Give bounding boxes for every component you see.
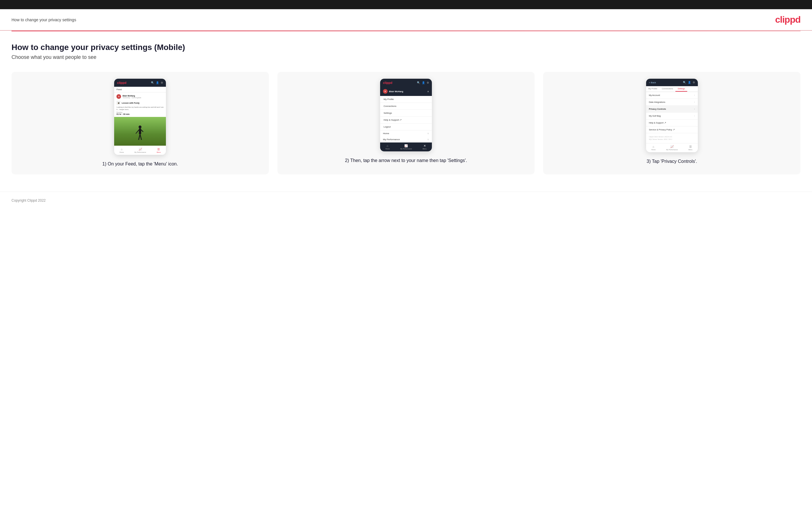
phone2-home-icon: ⌂ [387,144,389,147]
phone1-date: Yesterday · Sunningdale [122,97,141,99]
version-line-2: SQL Server Version: 2022.7.30-1 [649,138,695,141]
phone2-menu-label: Menu [423,148,427,150]
search-icon-2: 🔍 [417,81,420,84]
phone2-user-row: B Blair McHarg ∧ [380,87,432,96]
tab-connections[interactable]: Connections [660,86,675,92]
phone-3-mockup: < Back 🔍 👤 ⚙ My Profile Connections Sett… [646,79,698,152]
user-icon-2: 👤 [422,81,425,84]
phone1-performance-label: My Performance [135,151,146,153]
phone1-nav-bar: clippd 🔍 👤 ⚙ [114,79,166,87]
page-heading: How to change your privacy settings (Mob… [11,43,801,52]
close-icon: ✕ [423,144,426,147]
phone2-performance-label: My Performance [400,148,412,150]
phone3-icons: 🔍 👤 ⚙ [683,81,695,84]
privacy-controls-chevron-icon: › [694,108,695,110]
logo: clippd [775,14,801,25]
help-support-label: Help & Support ↗ [384,119,402,121]
golfer-silhouette-icon [136,125,144,143]
menu-item-settings: Settings [380,110,432,117]
tab-my-profile[interactable]: My Profile [646,86,660,92]
main-content: How to change your privacy settings (Mob… [0,31,812,191]
phone-1-mockup: clippd 🔍 👤 ⚙ Feed B Blair McHarg [114,79,166,155]
phone1-bottom-bar: ⌂ Home 📈 My Performance ☰ Menu [114,146,166,155]
menu-home-label: Home [383,132,389,135]
golf-bag-label: My Golf Bag [649,115,661,117]
settings-item-golf-bag[interactable]: My Golf Bag › [646,113,698,119]
svg-point-0 [139,125,142,128]
header-title: How to change your privacy settings [11,17,76,22]
phone1-home-tab: ⌂ Home [119,148,124,153]
phone3-bottom-bar: ⌂ Home 📈 My Performance ☰ Menu [646,143,698,152]
phone2-icons: 🔍 👤 ⚙ [417,81,429,84]
phone1-home-label: Home [119,151,124,153]
phone1-feed-tab: Feed [114,87,166,93]
golf-bag-chevron-icon: › [694,115,695,117]
phone2-nav-bar: clippd 🔍 👤 ⚙ [380,79,432,87]
menu-item-connections: Connections [380,103,432,110]
phone1-post-header: B Blair McHarg Yesterday · Sunningdale [116,94,164,99]
data-integrations-label: Data Integrations [649,101,665,103]
settings-item-privacy-controls[interactable]: Privacy Controls › [646,106,698,113]
phone3-home-tab: ⌂ Home [651,145,656,151]
step-1-caption: 1) On your Feed, tap the 'Menu' icon. [102,161,178,167]
phone3-settings-list: My Account › Data Integrations › Privacy… [646,92,698,143]
phone2-bottom-bar: ⌂ Home 📈 My Performance ✕ Menu [380,143,432,151]
user-icon-3: 👤 [688,81,691,84]
home-chevron-down-icon: ∨ [427,132,429,135]
service-privacy-label: Service & Privacy Policy ↗ [649,128,675,131]
phone1-logo: clippd [117,81,126,84]
performance-icon: 📈 [139,148,142,151]
footer: Copyright Clippd 2022 [0,191,812,209]
svg-line-6 [136,133,137,134]
phone2-home-label: Home [386,148,390,150]
menu-icon: ☰ [157,148,160,151]
data-integrations-chevron-icon: › [694,101,695,103]
settings-icon: ⚙ [161,81,163,84]
phone3-home-label: Home [651,149,656,151]
my-account-chevron-icon: › [694,94,695,97]
phone3-menu-tab: ☰ Menu [689,145,693,151]
phone3-home-icon: ⌂ [653,145,654,148]
menu-section-performance: My Performance ∨ [380,136,432,143]
svg-rect-1 [139,128,141,134]
phone2-performance-icon: 📈 [404,144,408,147]
menu-section-home: Home ∨ [380,130,432,136]
footer-copyright: Copyright Clippd 2022 [11,199,46,203]
phone2-username: Blair McHarg [389,90,403,93]
menu-performance-label: My Performance [383,138,400,141]
privacy-controls-label: Privacy Controls [649,108,666,110]
svg-line-4 [137,130,139,133]
my-account-label: My Account [649,94,660,97]
settings-item-data-integrations[interactable]: Data Integrations › [646,99,698,106]
tab-settings[interactable]: Settings [675,86,687,92]
menu-up-chevron-icon: ∧ [427,90,429,93]
settings-item-my-account[interactable]: My Account › [646,92,698,99]
phone3-version-info: Clippd Client Version: 2022.8.3-3 SQL Se… [646,133,698,143]
back-button[interactable]: < Back [649,81,656,84]
phone2-home-tab: ⌂ Home [386,144,390,150]
phone-2-mockup: clippd 🔍 👤 ⚙ B Blair McHarg ∧ [380,79,432,151]
phone1-author-info: Blair McHarg Yesterday · Sunningdale [122,95,141,99]
settings-item-service-privacy[interactable]: Service & Privacy Policy ↗ [646,126,698,133]
page-subheading: Choose what you want people to see [11,54,801,60]
step-3-caption: 3) Tap 'Privacy Controls'. [647,158,697,165]
phone1-avatar: B [116,94,121,99]
header: How to change your privacy settings clip… [0,9,812,31]
lesson-icon: 🎓 [116,101,120,105]
phone3-menu-label: Menu [689,149,693,151]
phone3-tabs: My Profile Connections Settings [646,86,698,92]
phone2-menu-tab: ✕ Menu [423,144,427,150]
steps-container: clippd 🔍 👤 ⚙ Feed B Blair McHarg [11,72,801,174]
phone1-performance-tab: 📈 My Performance [135,148,146,153]
step-3-card: < Back 🔍 👤 ⚙ My Profile Connections Sett… [543,72,801,174]
settings-icon-3: ⚙ [693,81,695,84]
phone3-back-bar: < Back 🔍 👤 ⚙ [646,79,698,86]
svg-line-3 [140,134,142,140]
phone2-user-left: B Blair McHarg [383,89,403,94]
version-line-1: Clippd Client Version: 2022.8.3-3 [649,135,695,138]
settings-item-help-support[interactable]: Help & Support ↗ [646,119,698,126]
phone1-lesson-title: Lesson with Fordy [121,102,140,104]
phone1-post: B Blair McHarg Yesterday · Sunningdale 🎓… [114,93,166,117]
phone1-menu-tab: ☰ Menu [157,148,161,153]
top-bar [0,0,812,9]
